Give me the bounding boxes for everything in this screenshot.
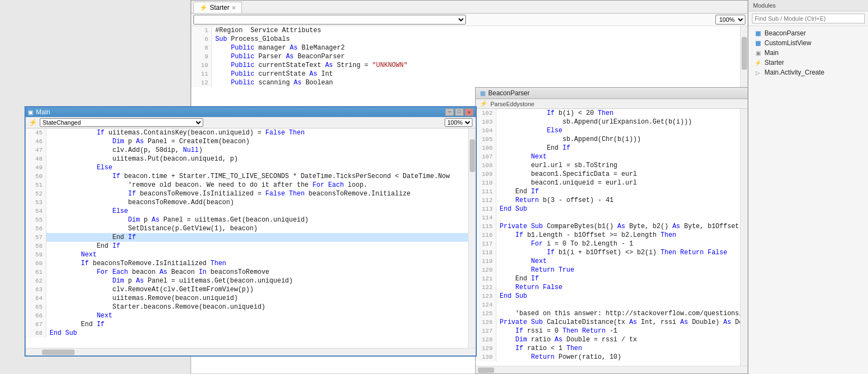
code-line: 55 Dim p As Panel = uiitemas.Get(beacon.… bbox=[26, 216, 468, 224]
minimize-button[interactable]: ─ bbox=[445, 108, 454, 116]
line-code: beacon1.SpecificData = eurl bbox=[496, 170, 637, 179]
line-code: Dim p As Panel = CreateItem(beacon) bbox=[46, 137, 250, 146]
code-line: 67 End If bbox=[26, 320, 468, 329]
line-code: Else bbox=[496, 126, 562, 135]
modules-search bbox=[749, 11, 868, 26]
starter-tab[interactable]: ⚡ Starter ✕ bbox=[193, 2, 242, 13]
close-button[interactable]: ✕ bbox=[465, 108, 474, 116]
starter-icon: ⚡ bbox=[754, 59, 762, 66]
line-number: 108 bbox=[476, 161, 496, 170]
code-line: 49 Else bbox=[26, 163, 468, 172]
code-line: 128 Dim ratio As Double = rssi / tx bbox=[476, 335, 740, 344]
module-item-main[interactable]: ▣Main bbox=[749, 48, 868, 58]
sub-icon: ▷ bbox=[754, 69, 762, 76]
line-number: 66 bbox=[26, 311, 46, 320]
module-item-main-activity-create[interactable]: ▷Main.Activity_Create bbox=[749, 68, 868, 77]
line-number: 113 bbox=[476, 205, 496, 213]
code-line: 111 End If bbox=[476, 187, 740, 196]
modules-title: Modules bbox=[753, 2, 776, 9]
code-line: 11 Public currentState As Int bbox=[191, 70, 740, 78]
main-zoom-select[interactable]: 100% bbox=[445, 118, 472, 127]
line-code: End If bbox=[46, 233, 136, 242]
line-code: #Region Service Attributes bbox=[212, 26, 321, 35]
sub-dropdown[interactable]: StateChanged bbox=[40, 118, 203, 127]
beacon-code-area: 102 If b(i) < 20 Then103 sb.Append(urlEx… bbox=[476, 109, 748, 366]
line-code: uiitemas.Put(beacon.uniqueid, p) bbox=[46, 155, 238, 163]
line-code: 'remove old beacon. We need to do it aft… bbox=[46, 181, 367, 189]
module-item-beaconparser[interactable]: ▦BeaconParser bbox=[749, 28, 868, 38]
line-code: beaconsToRemove.Add(beacon) bbox=[46, 198, 234, 207]
line-number: 62 bbox=[26, 277, 46, 285]
code-line: 12 Public scanning As Boolean bbox=[191, 78, 740, 87]
code-line: 62 Dim p As Panel = uiitemas.Get(beacon.… bbox=[26, 277, 468, 285]
zoom-select[interactable]: 100% bbox=[715, 15, 745, 24]
line-number: 128 bbox=[476, 335, 496, 344]
line-number: 64 bbox=[26, 294, 46, 303]
line-code: Public Parser As BeaconParser bbox=[212, 52, 345, 61]
maximize-button[interactable]: □ bbox=[455, 108, 464, 116]
starter-scroll-thumb[interactable] bbox=[742, 37, 747, 70]
parse-icon: ⚡ bbox=[480, 100, 488, 107]
line-code: Else bbox=[46, 163, 112, 172]
beacon-scroll-thumb-h[interactable] bbox=[478, 367, 494, 373]
module-item-starter[interactable]: ⚡Starter bbox=[749, 58, 868, 68]
beacon-scrollbar[interactable] bbox=[740, 109, 748, 366]
code-line: 108 eurl.url = sb.ToString bbox=[476, 161, 740, 170]
code-line: 116 If b1.Length - b1Offset >= b2.Length… bbox=[476, 231, 740, 240]
line-code: sb.Append(Chr(b(i))) bbox=[496, 135, 641, 144]
code-line: 127 If rssi = 0 Then Return -1 bbox=[476, 327, 740, 335]
line-number: 129 bbox=[476, 344, 496, 353]
line-number: 121 bbox=[476, 274, 496, 283]
line-number: 61 bbox=[26, 268, 46, 277]
line-code: Dim p As Panel = uiitemas.Get(beacon.uni… bbox=[46, 216, 308, 224]
code-line: 53 beaconsToRemove.Add(beacon) bbox=[26, 198, 468, 207]
close-icon[interactable]: ✕ bbox=[232, 5, 236, 11]
line-code: End Sub bbox=[496, 292, 527, 301]
line-number: 47 bbox=[26, 146, 46, 155]
line-number: 6 bbox=[191, 35, 212, 44]
line-code: Return False bbox=[496, 283, 562, 292]
line-code: Sub Process_Globals bbox=[212, 35, 290, 44]
module-item-customlistview[interactable]: ▦CustomListView bbox=[749, 38, 868, 48]
main-scroll-thumb-v[interactable] bbox=[470, 139, 475, 172]
line-number: 114 bbox=[476, 213, 496, 222]
code-line: 64 uiitemas.Remove(beacon.uniqueid) bbox=[26, 294, 468, 303]
line-number: 12 bbox=[191, 78, 212, 87]
main-scrollbar-h[interactable] bbox=[26, 348, 476, 355]
main-scroll-thumb-h[interactable] bbox=[42, 350, 75, 355]
code-line: 103 sb.Append(urlExpansion.Get(b(i))) bbox=[476, 118, 740, 126]
code-line: 66 Next bbox=[26, 311, 468, 320]
main-scrollbar-v[interactable] bbox=[468, 128, 476, 348]
line-code: SetDistance(p.GetView(1), beacon) bbox=[46, 224, 258, 233]
line-code: If b1.Length - b1Offset >= b2.Length The… bbox=[496, 231, 676, 240]
line-number: 130 bbox=[476, 353, 496, 361]
line-code: eurl.url = sb.ToString bbox=[496, 161, 617, 170]
module-item-label: BeaconParser bbox=[764, 29, 806, 37]
beacon-panel-title: ▦ BeaconParser bbox=[476, 88, 748, 99]
code-line: 123End Sub bbox=[476, 292, 740, 301]
code-line: 47 clv.Add(p, 50dip, Null) bbox=[26, 146, 468, 155]
code-line: 68End Sub bbox=[26, 329, 468, 338]
main-window: ▣ Main ─ □ ✕ ⚡ StateChanged 100% 45 If u… bbox=[25, 106, 477, 357]
beacon-title-label: BeaconParser bbox=[488, 89, 530, 97]
line-number: 124 bbox=[476, 301, 496, 309]
code-line: 57 End If bbox=[26, 233, 468, 242]
code-line: 118 If b1(i + b1Offset) <> b2(i) Then Re… bbox=[476, 248, 740, 257]
modules-panel: Modules ▦BeaconParser▦CustomListView▣Mai… bbox=[748, 0, 868, 374]
line-number: 103 bbox=[476, 118, 496, 126]
line-code: Else bbox=[46, 207, 128, 216]
line-code: Next bbox=[496, 257, 547, 266]
code-line: 130 Return Power(ratio, 10) bbox=[476, 353, 740, 361]
code-line: 60 If beaconsToRemove.IsInitialized Then bbox=[26, 259, 468, 268]
line-number: 115 bbox=[476, 222, 496, 231]
line-code: Starter.beacons.Remove(beacon.uniqueid) bbox=[46, 303, 265, 311]
line-number: 45 bbox=[26, 128, 46, 137]
beacon-scrollbar-h[interactable] bbox=[476, 366, 748, 373]
file-dropdown[interactable] bbox=[193, 15, 466, 24]
code-line: 59 Next bbox=[26, 250, 468, 259]
line-code: Return Power(ratio, 10) bbox=[496, 353, 621, 361]
line-number: 55 bbox=[26, 216, 46, 224]
line-number: 68 bbox=[26, 329, 46, 338]
line-number: 119 bbox=[476, 257, 496, 266]
modules-search-input[interactable] bbox=[752, 14, 865, 23]
